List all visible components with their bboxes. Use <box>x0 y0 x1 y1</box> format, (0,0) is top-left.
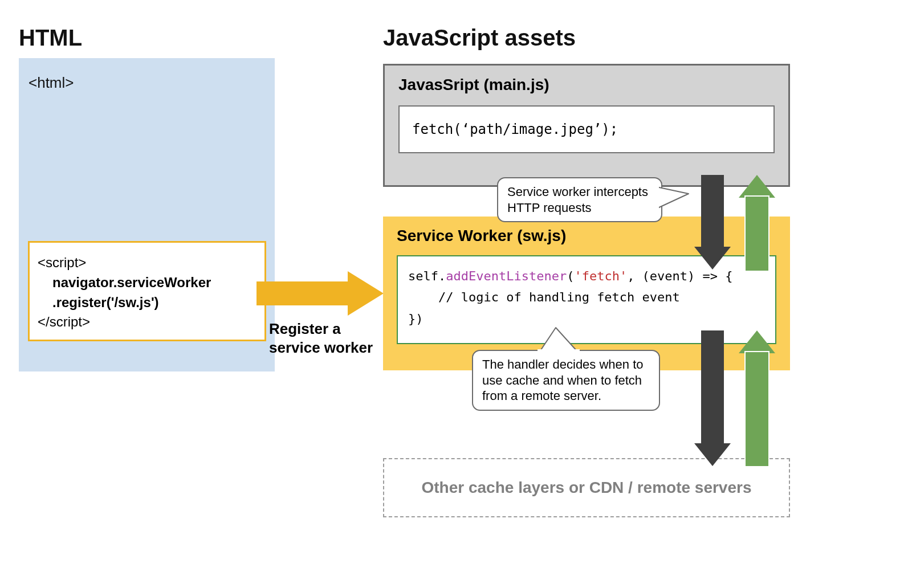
html-script-block: <script> navigator.serviceWorker .regist… <box>28 241 266 341</box>
callout-tail-icon <box>533 326 584 353</box>
svg-rect-2 <box>656 186 659 210</box>
script-line-1: navigator.serviceWorker <box>38 273 256 293</box>
heading-html: HTML <box>19 25 82 51</box>
heading-js-assets: JavaScript assets <box>383 25 576 51</box>
script-open-tag: <script> <box>38 253 256 273</box>
svg-rect-4 <box>538 349 580 353</box>
register-arrow-icon <box>256 271 384 316</box>
sw-container: Service Worker (sw.js) self.addEventList… <box>383 217 790 370</box>
svg-marker-1 <box>657 187 689 209</box>
mainjs-container: JavasSript (main.js) fetch(‘path/image.j… <box>383 64 790 187</box>
callout-intercept-text: Service worker intercepts HTTP requests <box>507 185 648 215</box>
script-close-tag: </script> <box>38 312 256 332</box>
mainjs-title: JavasSript (main.js) <box>398 76 775 94</box>
html-tag-label: <html> <box>28 74 74 92</box>
callout-decision-text: The handler decides when to use cache an… <box>482 357 644 403</box>
svg-marker-0 <box>256 271 384 316</box>
register-arrow-label: Register a service worker <box>269 320 373 357</box>
remote-servers-box: Other cache layers or CDN / remote serve… <box>383 458 790 517</box>
script-line-2: .register('/sw.js') <box>38 293 256 313</box>
remote-servers-label: Other cache layers or CDN / remote serve… <box>422 479 752 497</box>
callout-decision: The handler decides when to use cache an… <box>472 350 660 411</box>
callout-tail-icon <box>656 183 690 212</box>
callout-intercept: Service worker intercepts HTTP requests <box>497 177 662 222</box>
diagram-stage: HTML JavaScript assets <html> <script> n… <box>0 0 912 588</box>
svg-marker-3 <box>540 328 577 352</box>
mainjs-code-block: fetch(‘path/image.jpeg’); <box>398 105 775 153</box>
